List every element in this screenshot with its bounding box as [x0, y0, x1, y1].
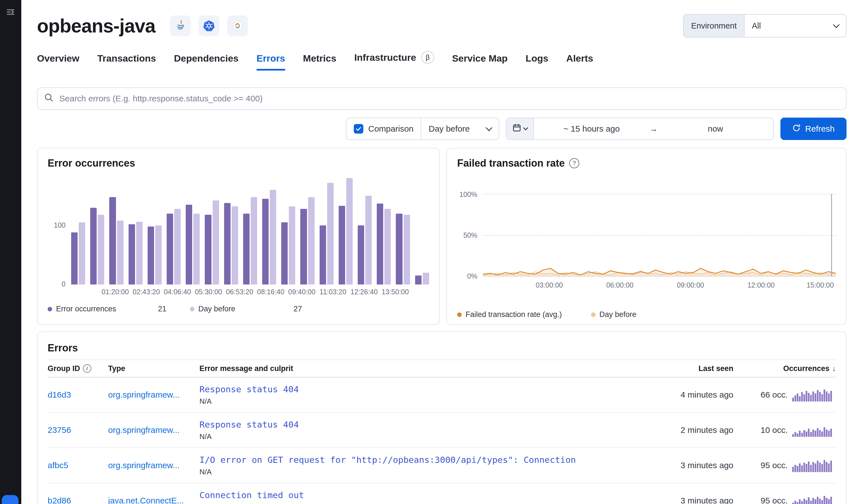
tab-logs[interactable]: Logs: [526, 53, 548, 71]
legend-value: 27: [294, 305, 302, 313]
legend-label: Day before: [198, 305, 235, 313]
comparison-checkbox-group[interactable]: Comparison: [347, 118, 421, 140]
environment-value: All: [752, 21, 761, 31]
error-occurrences-xticks: 01:20:0002:43:2004:06:4005:30:0006:53:20…: [71, 288, 429, 298]
error-message-link[interactable]: Response status 404: [199, 384, 595, 394]
column-group-id[interactable]: Group ID i: [48, 364, 104, 373]
errors-table-panel: Errors Group ID i Type Error message and…: [37, 331, 847, 504]
legend-dot: [591, 312, 596, 317]
tab-dependencies[interactable]: Dependencies: [174, 53, 239, 71]
menu-expand-button[interactable]: [0, 0, 21, 26]
error-occurrences-yaxis: 100 0: [48, 178, 71, 285]
tab-errors[interactable]: Errors: [256, 53, 285, 71]
legend-dot: [457, 312, 462, 317]
legend-label: Failed transaction rate (avg.): [465, 310, 562, 319]
refresh-icon: [792, 124, 801, 134]
comparison-select[interactable]: Day before: [421, 118, 499, 140]
error-search-bar: [37, 87, 847, 110]
error-culprit: N/A: [199, 468, 639, 476]
table-row: 23756 org.springframew... Response statu…: [48, 413, 836, 448]
environment-filter: Environment All: [683, 14, 847, 37]
assistant-beacon-icon[interactable]: [2, 495, 18, 504]
group-id-link[interactable]: afbc5: [48, 461, 104, 470]
date-picker: ~ 15 hours ago → now: [506, 118, 774, 140]
chevron-down-icon: [523, 125, 528, 130]
occurrences-sparkline: [792, 388, 836, 401]
failed-transaction-rate-panel: Failed transaction rate ? 100% 50% 0%: [446, 148, 847, 325]
column-label: Occurrences: [783, 364, 830, 373]
errors-table: Group ID i Type Error message and culpri…: [48, 360, 836, 504]
legend-item-current[interactable]: Error occurrences: [48, 305, 116, 313]
comparison-select-value: Day before: [429, 124, 470, 133]
error-culprit: N/A: [199, 503, 639, 504]
main-content: opbeans-java: [21, 0, 851, 504]
error-message-link[interactable]: Response status 404: [199, 419, 595, 430]
error-occurrences-title: Error occurrences: [48, 157, 429, 169]
error-message-link[interactable]: Connection timed out: [199, 490, 595, 500]
time-controls-row: Comparison Day before ~ 15 hours ago → n…: [37, 118, 847, 140]
charts-row: Error occurrences 100 0 01:20:0002:43:20…: [37, 148, 847, 325]
group-id-link[interactable]: 23756: [48, 425, 104, 435]
legend-item-day-before[interactable]: Day before: [190, 305, 235, 313]
last-seen: 4 minutes ago: [644, 390, 733, 399]
error-occurrences-plot[interactable]: [71, 178, 429, 285]
column-type[interactable]: Type: [108, 364, 195, 373]
environment-select[interactable]: All: [745, 15, 846, 37]
comparison-control: Comparison Day before: [346, 118, 499, 140]
quick-select-button[interactable]: [507, 118, 534, 140]
error-type-link[interactable]: java.net.ConnectE...: [108, 496, 195, 504]
tab-infrastructure-label: Infrastructure: [354, 52, 416, 63]
failed-transaction-rate-title: Failed transaction rate: [457, 157, 565, 169]
group-id-link[interactable]: d16d3: [48, 390, 104, 399]
table-row: b2d86 java.net.ConnectE... Connection ti…: [48, 483, 836, 504]
comparison-label: Comparison: [368, 124, 414, 133]
errors-table-title: Errors: [48, 342, 836, 354]
failed-rate-svg: [483, 194, 836, 277]
error-occurrences-chart: 100 0: [48, 178, 429, 285]
legend-label: Error occurrences: [56, 305, 116, 313]
chevron-down-icon: [485, 124, 492, 131]
tab-service-map[interactable]: Service Map: [452, 53, 508, 71]
group-id-link[interactable]: b2d86: [48, 496, 104, 504]
tab-metrics[interactable]: Metrics: [303, 53, 336, 71]
column-label: Last seen: [698, 364, 733, 373]
y-tick-label: 100%: [459, 191, 477, 199]
time-range-end[interactable]: now: [658, 118, 773, 140]
tab-transactions[interactable]: Transactions: [97, 53, 156, 71]
calendar-icon: [513, 124, 521, 134]
error-type-link[interactable]: org.springframew...: [108, 390, 195, 399]
refresh-button[interactable]: Refresh: [780, 118, 847, 140]
comparison-checkbox[interactable]: [354, 124, 363, 133]
legend-item-failed-rate[interactable]: Failed transaction rate (avg.): [457, 310, 562, 319]
legend-dot: [48, 307, 52, 311]
occurrences-count: 66 occ.: [761, 390, 788, 399]
menu-expand-icon: [6, 7, 15, 18]
search-errors-input[interactable]: [58, 93, 839, 104]
tab-alerts[interactable]: Alerts: [566, 53, 593, 71]
legend-item-day-before[interactable]: Day before: [591, 310, 636, 319]
time-range-start[interactable]: ~ 15 hours ago: [534, 118, 649, 140]
column-last-seen[interactable]: Last seen: [644, 364, 733, 373]
search-icon: [44, 93, 53, 104]
legend-label: Day before: [600, 310, 636, 319]
error-type-link[interactable]: org.springframew...: [108, 461, 195, 470]
legend-dot: [190, 307, 194, 311]
column-occurrences[interactable]: Occurrences ↓: [738, 364, 836, 373]
occurrences-count: 10 occ.: [761, 425, 788, 435]
last-seen: 2 minutes ago: [644, 425, 733, 435]
table-row: afbc5 org.springframew... I/O error on G…: [48, 448, 836, 483]
failed-rate-plot[interactable]: [483, 194, 836, 277]
tab-overview[interactable]: Overview: [37, 53, 79, 71]
occurrences-sparkline: [792, 424, 836, 437]
column-message[interactable]: Error message and culprit: [199, 364, 639, 373]
info-icon[interactable]: i: [83, 364, 91, 373]
error-type-link[interactable]: org.springframew...: [108, 425, 195, 435]
tab-infrastructure[interactable]: Infrastructure β: [354, 51, 434, 71]
last-seen: 3 minutes ago: [644, 496, 733, 504]
java-icon: [170, 15, 191, 36]
y-tick-label: 0: [61, 280, 66, 288]
kubernetes-icon: [199, 15, 219, 36]
sort-desc-icon[interactable]: ↓: [832, 364, 836, 373]
error-message-link[interactable]: I/O error on GET request for "http://opb…: [199, 455, 595, 465]
help-icon[interactable]: ?: [569, 158, 579, 168]
